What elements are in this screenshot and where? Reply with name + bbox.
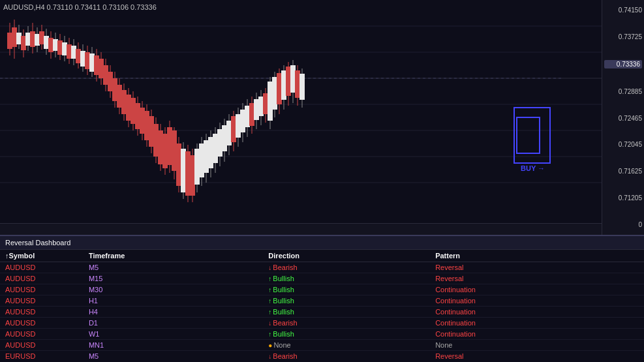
cell-direction: ↓Bearish [268,264,435,271]
direction-label: Bearish [273,352,297,360]
svg-rect-69 [144,111,149,140]
direction-arrow: ↓ [268,320,271,327]
svg-rect-123 [268,82,273,121]
price-axis: 0.74150 0.73725 0.73336 0.72885 0.72465 … [602,0,644,235]
candlestick-chart: BUY → [0,0,602,223]
dashboard-header: ↑Symbol Timeframe Direction Pattern [0,250,644,262]
price-high: 0.74150 [604,7,642,14]
cell-pattern: Continuation [435,297,639,305]
svg-rect-109 [236,114,241,138]
svg-rect-119 [258,97,264,116]
direction-arrow: ↑ [268,286,271,294]
svg-rect-133 [290,65,296,93]
svg-rect-61 [126,95,131,121]
svg-text:BUY →: BUY → [521,164,545,172]
svg-rect-105 [226,121,232,145]
svg-rect-127 [277,73,282,104]
table-row[interactable]: AUDUSD D1 ↓Bearish Continuation [0,318,644,329]
svg-rect-37 [71,46,76,59]
price-low: 0.71205 [604,194,642,202]
direction-label: Bearish [273,264,297,271]
direction-label: Bullish [273,330,294,338]
price-2: 0.72885 [604,88,642,95]
header-symbol: ↑Symbol [5,252,89,260]
table-row[interactable]: AUDUSD W1 ↑Bullish Continuation [0,329,644,340]
direction-arrow: ● [268,342,272,349]
svg-rect-31 [57,40,63,55]
svg-rect-55 [112,78,117,101]
cell-timeframe: M30 [89,286,268,294]
header-direction: Direction [268,252,435,260]
cell-symbol: AUDUSD [5,275,89,282]
svg-rect-131 [286,67,291,96]
svg-rect-103 [222,125,227,151]
svg-rect-125 [272,77,277,110]
cell-symbol: AUDUSD [5,341,89,349]
table-row[interactable]: AUDUSD H1 ↑Bullish Continuation [0,295,644,307]
svg-rect-139 [517,117,540,153]
cell-timeframe: M5 [89,264,268,271]
price-5: 0.71625 [604,168,642,175]
svg-rect-51 [103,65,108,85]
table-row[interactable]: AUDUSD M15 ↑Bullish Reversal [0,273,644,284]
svg-rect-129 [281,70,286,100]
direction-arrow: ↓ [268,353,271,360]
svg-rect-111 [240,110,245,132]
svg-rect-135 [295,70,300,98]
price-zero: 0 [604,221,642,228]
dashboard-title: Reversal Dashboard [0,236,644,250]
cell-pattern: Reversal [435,264,639,271]
svg-rect-15 [21,36,26,50]
svg-rect-41 [80,51,85,67]
svg-rect-25 [44,36,49,49]
svg-rect-23 [39,31,44,44]
svg-rect-59 [121,90,127,114]
svg-rect-19 [30,31,35,47]
svg-rect-9 [7,33,12,49]
cell-pattern: Continuation [435,308,639,316]
direction-arrow: ↑ [268,331,271,338]
cell-pattern: Continuation [435,319,639,327]
svg-rect-85 [181,149,186,192]
svg-rect-21 [35,34,40,46]
table-row[interactable]: AUDUSD M5 ↓Bearish Reversal [0,262,644,273]
svg-rect-45 [89,53,95,72]
cell-pattern: Continuation [435,330,639,338]
cell-timeframe: W1 [89,330,268,338]
svg-rect-63 [130,98,136,124]
cell-direction: ↑Bullish [268,308,435,316]
table-row[interactable]: EURUSD M5 ↓Bearish Reversal [0,351,644,360]
svg-rect-95 [204,140,209,173]
direction-arrow: ↑ [268,275,271,282]
cell-symbol: AUDUSD [5,264,89,271]
price-3: 0.72465 [604,115,642,122]
table-row[interactable]: AUDUSD MN1 ●None None [0,340,644,351]
cell-symbol: EURUSD [5,352,89,360]
chart-title: AUDUSD,H4 0.73110 0.73411 0.73106 0.7333… [3,3,157,11]
svg-rect-97 [208,137,213,168]
cell-direction: ↓Bearish [268,352,435,360]
svg-rect-107 [231,116,236,142]
svg-rect-91 [194,149,200,185]
cell-timeframe: M5 [89,352,268,360]
dashboard-rows: AUDUSD M5 ↓Bearish Reversal AUDUSD M15 ↑… [0,262,644,360]
header-pattern: Pattern [435,252,639,260]
svg-rect-43 [85,52,90,69]
direction-label: Bearish [273,319,297,327]
direction-label: None [273,341,290,349]
direction-label: Bullish [273,297,294,305]
svg-rect-73 [153,124,159,157]
price-current: 0.73336 [604,60,642,68]
table-row[interactable]: AUDUSD H4 ↑Bullish Continuation [0,307,644,318]
svg-rect-29 [53,39,58,51]
direction-label: Bullish [273,275,294,282]
header-timeframe: Timeframe [89,252,268,260]
table-row[interactable]: AUDUSD M30 ↑Bullish Continuation [0,284,644,295]
svg-rect-39 [76,49,81,63]
svg-rect-89 [190,155,195,196]
chart-area: AUDUSD,H4 0.73110 0.73411 0.73106 0.7333… [0,0,644,235]
direction-arrow: ↑ [268,309,271,316]
cell-direction: ↑Bullish [268,330,435,338]
svg-rect-35 [67,44,72,59]
svg-rect-121 [263,93,268,114]
